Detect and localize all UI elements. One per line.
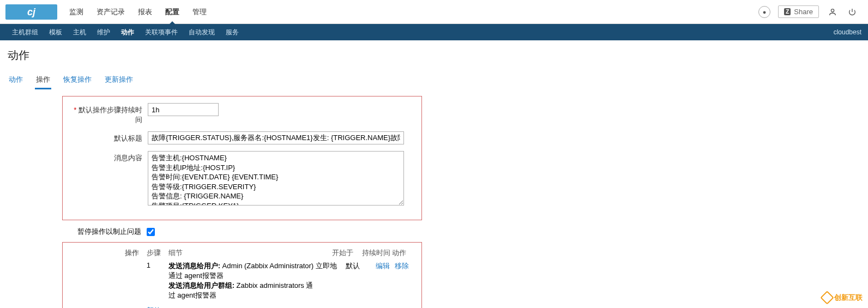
ops-label: 操作: [68, 248, 144, 258]
tab-operation[interactable]: 操作: [35, 73, 51, 89]
form-block: 默认操作步骤持续时间 默认标题 消息内容: [62, 96, 422, 220]
sub-nav: 主机群组 模板 主机 维护 动作 关联项事件 自动发现 服务 cloudbest: [0, 24, 868, 40]
ops-detail: 发送消息给用户: Admin (Zabbix Administrator) 通过…: [168, 261, 316, 300]
message-label: 消息内容: [71, 151, 148, 163]
ops-table-head: 步骤 细节 开始于 持续时间 动作: [147, 248, 414, 258]
svg-point-0: [831, 9, 834, 11]
subnav-correlation[interactable]: 关联项事件: [140, 24, 183, 40]
ops-h-step: 步骤: [147, 248, 168, 258]
watermark-icon: [820, 291, 834, 304]
ops-row: 1 发送消息给用户: Admin (Zabbix Administrator) …: [147, 261, 414, 300]
nav-config[interactable]: 配置: [159, 0, 186, 24]
ops-remove-link[interactable]: 移除: [395, 262, 409, 270]
logo[interactable]: cj: [5, 4, 57, 20]
subnav-discovery[interactable]: 自动发现: [183, 24, 220, 40]
ops-h-duration: 持续时间: [362, 248, 392, 258]
tab-action[interactable]: 动作: [8, 73, 24, 89]
watermark-text: 创新互联: [834, 293, 863, 303]
ops-d1-prefix: 发送消息给用户:: [168, 262, 220, 270]
nav-admin[interactable]: 管理: [186, 0, 213, 24]
subnav-hosts[interactable]: 主机: [68, 24, 92, 40]
nav-monitor[interactable]: 监测: [63, 0, 90, 24]
share-button[interactable]: ZShare: [778, 5, 819, 18]
page-title: 动作: [0, 40, 868, 73]
message-textarea[interactable]: [148, 151, 404, 206]
ops-edit-link[interactable]: 编辑: [376, 262, 390, 270]
tabs: 动作 操作 恢复操作 更新操作: [8, 73, 860, 89]
ops-start: 立即地: [316, 261, 346, 271]
duration-input[interactable]: [148, 103, 219, 116]
subnav-templates[interactable]: 模板: [44, 24, 68, 40]
ops-h-start: 开始于: [332, 248, 362, 258]
help-icon[interactable]: ●: [758, 6, 770, 18]
tab-recovery[interactable]: 恢复操作: [62, 73, 93, 89]
nav-inventory[interactable]: 资产记录: [90, 0, 131, 24]
share-label: Share: [794, 8, 813, 16]
ops-block: 操作 步骤 细节 开始于 持续时间 动作 1 发送消息给用户: Admin (Z…: [62, 242, 422, 308]
z-badge-icon: Z: [784, 8, 791, 15]
subnav-hostgroups[interactable]: 主机群组: [7, 24, 44, 40]
power-icon[interactable]: [846, 6, 858, 18]
subject-label: 默认标题: [71, 131, 148, 143]
subnav-services[interactable]: 服务: [220, 24, 244, 40]
subject-input[interactable]: [148, 131, 404, 144]
top-bar: cj 监测 资产记录 报表 配置 管理 ● ZShare: [0, 0, 868, 24]
tab-update[interactable]: 更新操作: [104, 73, 134, 89]
top-right: ● ZShare: [758, 5, 868, 18]
ops-step-num: 1: [147, 261, 168, 269]
user-icon[interactable]: [827, 6, 839, 18]
duration-label: 默认操作步骤持续时间: [71, 103, 148, 125]
subnav-maintenance[interactable]: 维护: [92, 24, 116, 40]
ops-new-link[interactable]: 新的: [147, 306, 414, 308]
subnav-actions[interactable]: 动作: [116, 24, 140, 40]
subnav-right-text: cloudbest: [834, 28, 861, 36]
main-nav: 监测 资产记录 报表 配置 管理: [63, 0, 213, 24]
pause-checkbox[interactable]: [147, 228, 155, 236]
ops-duration: 默认: [346, 261, 376, 271]
nav-reports[interactable]: 报表: [131, 0, 159, 24]
ops-d2-prefix: 发送消息给用户群组:: [168, 281, 234, 289]
watermark: 创新互联: [822, 293, 863, 303]
ops-h-action: 动作: [392, 248, 414, 258]
ops-h-detail: 细节: [168, 248, 332, 258]
pause-label: 暂停操作以制止问题: [62, 227, 147, 237]
